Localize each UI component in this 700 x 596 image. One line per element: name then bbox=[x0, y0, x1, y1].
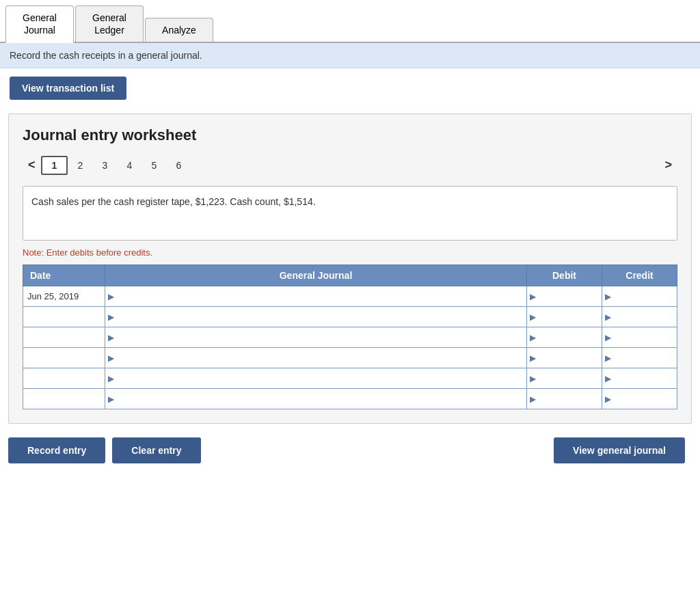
credit-arrow-4: ▶ bbox=[602, 374, 614, 383]
tab-general-journal[interactable]: General Journal bbox=[5, 5, 74, 43]
page-1-button[interactable]: 1 bbox=[41, 156, 68, 175]
clear-entry-button[interactable]: Clear entry bbox=[112, 437, 200, 463]
table-row: Jun 25, 2019▶▶▶ bbox=[23, 286, 677, 307]
date-cell-1[interactable] bbox=[23, 307, 105, 327]
debit-input-3[interactable] bbox=[539, 348, 602, 368]
view-transaction-button[interactable]: View transaction list bbox=[10, 77, 126, 100]
page-6-button[interactable]: 6 bbox=[166, 157, 191, 174]
journal-input-2[interactable] bbox=[117, 327, 526, 347]
credit-input-5[interactable] bbox=[614, 389, 677, 409]
page-2-button[interactable]: 2 bbox=[68, 157, 92, 174]
debit-input-2[interactable] bbox=[539, 327, 602, 347]
credit-cell-5[interactable]: ▶ bbox=[602, 389, 677, 409]
table-row: ▶▶▶ bbox=[23, 327, 677, 348]
toolbar: View transaction list bbox=[0, 68, 700, 108]
debit-cell-0[interactable]: ▶ bbox=[527, 286, 602, 307]
record-entry-button[interactable]: Record entry bbox=[8, 437, 105, 463]
journal-cell-4[interactable]: ▶ bbox=[105, 368, 527, 389]
journal-arrow-0: ▶ bbox=[105, 292, 117, 301]
journal-input-0[interactable] bbox=[117, 286, 526, 306]
date-cell-0[interactable]: Jun 25, 2019 bbox=[23, 286, 105, 307]
credit-arrow-3: ▶ bbox=[602, 353, 614, 363]
bottom-buttons: Record entry Clear entry View general jo… bbox=[0, 429, 700, 474]
tab-analyze[interactable]: Analyze bbox=[145, 18, 213, 42]
journal-cell-1[interactable]: ▶ bbox=[105, 307, 527, 327]
journal-arrow-5: ▶ bbox=[105, 394, 117, 404]
debit-input-1[interactable] bbox=[539, 307, 602, 327]
journal-arrow-4: ▶ bbox=[105, 374, 117, 383]
credit-cell-3[interactable]: ▶ bbox=[602, 348, 677, 368]
tab-general-ledger[interactable]: General Ledger bbox=[75, 5, 144, 42]
credit-arrow-5: ▶ bbox=[602, 394, 614, 404]
nav-left-button[interactable]: < bbox=[23, 155, 41, 175]
col-header-general-journal: General Journal bbox=[105, 265, 527, 286]
credit-arrow-2: ▶ bbox=[602, 333, 614, 342]
table-row: ▶▶▶ bbox=[23, 307, 677, 327]
nav-right-button[interactable]: > bbox=[659, 155, 677, 175]
journal-arrow-3: ▶ bbox=[105, 353, 117, 363]
journal-cell-0[interactable]: ▶ bbox=[105, 286, 527, 307]
debit-cell-3[interactable]: ▶ bbox=[527, 348, 602, 368]
tabs-container: General Journal General Ledger Analyze bbox=[0, 0, 700, 43]
col-header-date: Date bbox=[23, 265, 105, 286]
credit-input-1[interactable] bbox=[614, 307, 677, 327]
debit-input-5[interactable] bbox=[539, 389, 602, 409]
credit-cell-0[interactable]: ▶ bbox=[602, 286, 677, 307]
debit-arrow-4: ▶ bbox=[527, 374, 539, 383]
table-row: ▶▶▶ bbox=[23, 389, 677, 409]
credit-input-4[interactable] bbox=[614, 368, 677, 388]
note-text: Note: Enter debits before credits. bbox=[23, 247, 677, 258]
debit-input-0[interactable] bbox=[539, 286, 602, 306]
debit-input-4[interactable] bbox=[539, 368, 602, 388]
date-cell-5[interactable] bbox=[23, 389, 105, 409]
journal-table: Date General Journal Debit Credit Jun 25… bbox=[23, 265, 677, 409]
debit-arrow-2: ▶ bbox=[527, 333, 539, 342]
debit-cell-4[interactable]: ▶ bbox=[527, 368, 602, 389]
debit-cell-2[interactable]: ▶ bbox=[527, 327, 602, 348]
credit-cell-4[interactable]: ▶ bbox=[602, 368, 677, 389]
credit-arrow-1: ▶ bbox=[602, 312, 614, 322]
journal-arrow-2: ▶ bbox=[105, 333, 117, 342]
journal-input-1[interactable] bbox=[117, 307, 526, 327]
debit-arrow-3: ▶ bbox=[527, 353, 539, 363]
debit-arrow-5: ▶ bbox=[527, 394, 539, 404]
col-header-debit: Debit bbox=[527, 265, 602, 286]
page-nav: < 1 2 3 4 5 6 > bbox=[23, 155, 677, 175]
info-banner: Record the cash receipts in a general jo… bbox=[0, 43, 700, 68]
page-4-button[interactable]: 4 bbox=[117, 157, 142, 174]
date-cell-2[interactable] bbox=[23, 327, 105, 348]
col-header-credit: Credit bbox=[602, 265, 677, 286]
description-box: Cash sales per the cash register tape, $… bbox=[23, 186, 677, 241]
page-3-button[interactable]: 3 bbox=[92, 157, 117, 174]
table-row: ▶▶▶ bbox=[23, 368, 677, 389]
journal-cell-2[interactable]: ▶ bbox=[105, 327, 527, 348]
credit-input-3[interactable] bbox=[614, 348, 677, 368]
table-row: ▶▶▶ bbox=[23, 348, 677, 368]
credit-arrow-0: ▶ bbox=[602, 292, 614, 301]
journal-cell-5[interactable]: ▶ bbox=[105, 389, 527, 409]
credit-cell-2[interactable]: ▶ bbox=[602, 327, 677, 348]
debit-cell-5[interactable]: ▶ bbox=[527, 389, 602, 409]
debit-arrow-0: ▶ bbox=[527, 292, 539, 301]
credit-input-0[interactable] bbox=[614, 286, 677, 306]
journal-input-5[interactable] bbox=[117, 389, 526, 409]
worksheet-container: Journal entry worksheet < 1 2 3 4 5 6 > … bbox=[8, 113, 692, 424]
debit-arrow-1: ▶ bbox=[527, 312, 539, 322]
credit-cell-1[interactable]: ▶ bbox=[602, 307, 677, 327]
debit-cell-1[interactable]: ▶ bbox=[527, 307, 602, 327]
date-cell-3[interactable] bbox=[23, 348, 105, 368]
worksheet-title: Journal entry worksheet bbox=[23, 126, 677, 144]
view-general-journal-button[interactable]: View general journal bbox=[554, 437, 685, 463]
page-5-button[interactable]: 5 bbox=[142, 157, 166, 174]
credit-input-2[interactable] bbox=[614, 327, 677, 347]
journal-cell-3[interactable]: ▶ bbox=[105, 348, 527, 368]
date-cell-4[interactable] bbox=[23, 368, 105, 389]
journal-arrow-1: ▶ bbox=[105, 312, 117, 322]
journal-input-3[interactable] bbox=[117, 348, 526, 368]
journal-input-4[interactable] bbox=[117, 368, 526, 388]
